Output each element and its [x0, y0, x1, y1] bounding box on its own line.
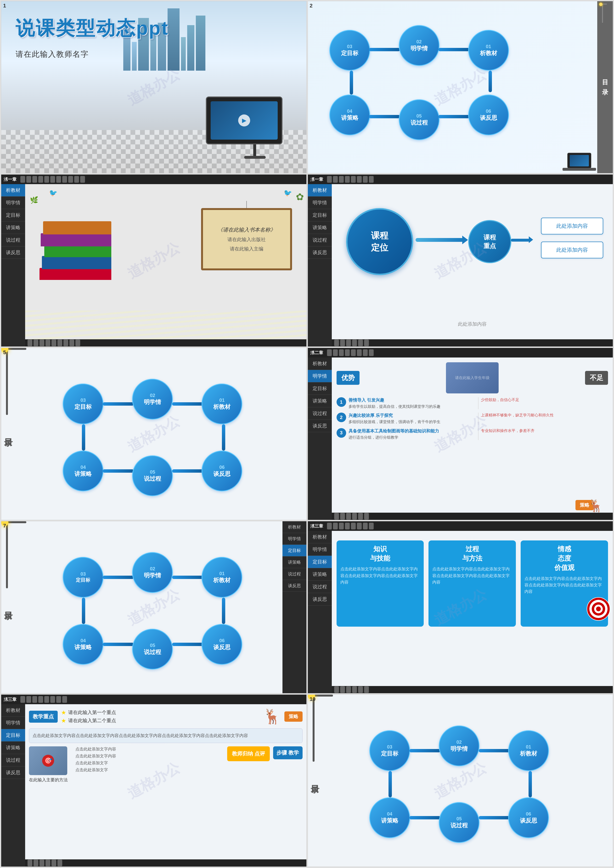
adv-row-3: 3 具备使用基本工具绘制图画等的基础知识和能力 进行适当分组，进行分组教学 专业…	[336, 428, 608, 440]
teacher-review-box: 教师归纳 点评	[227, 746, 270, 761]
sidebar-item-谈反思-6[interactable]: 谈反思	[308, 420, 332, 432]
book-publisher: 请在此输入出版社	[227, 236, 266, 243]
arrowhead-2	[529, 236, 533, 243]
add-content-box-1[interactable]: 此处添加内容	[541, 217, 603, 234]
slide5-circles: 03定目标 02明学情 01析教材 04讲策略 0	[20, 367, 299, 510]
node-01-5: 01析教材	[202, 384, 242, 424]
step-label-box: 步骤 教学	[273, 746, 302, 759]
node-03-7: 03定目标	[63, 557, 104, 598]
sidebar-item-讲策略-4[interactable]: 讲策略	[308, 222, 332, 234]
film-footer-9	[25, 859, 306, 866]
arrow-1	[416, 238, 464, 242]
sidebar-item-明学情-9[interactable]: 明学情	[1, 717, 25, 729]
node-04-10: 04讲策略	[369, 797, 410, 838]
animal-deco: 🦌	[588, 499, 603, 512]
sidebar-item-定目标-4[interactable]: 定目标	[308, 209, 332, 222]
slide-number-10: 10	[310, 696, 315, 702]
sidebar-r-说过程-7[interactable]: 说过程	[282, 568, 306, 580]
sidebar-item-说过程-3[interactable]: 说过程	[1, 234, 25, 246]
disadv-1: 少些鼓励，自信心不足	[481, 397, 608, 402]
sidebar-item-定目标-9[interactable]: 定目标	[1, 729, 25, 742]
obj-content-2: 点击此处添加文字内容点击此处添加文字内容点击此处添加文字内容点击此处添加文字内容	[432, 566, 512, 585]
sidebar-item-析教材-4[interactable]: 析教材	[308, 184, 332, 197]
sidebar-item-明学情-6[interactable]: 明学情	[308, 370, 332, 382]
method-img: 🎯 在此输入主要的方法	[29, 746, 72, 783]
sidebar-item-定目标-8[interactable]: 定目标	[308, 556, 332, 568]
target-deco	[586, 597, 611, 622]
slide-1: 1 说课类型动态ppt 请在此输入教师名字 ▶	[1, 1, 307, 173]
sidebar-item-谈反思-9[interactable]: 谈反思	[1, 767, 25, 779]
bird-deco-2: 🐦	[284, 189, 292, 197]
sidebar-item-谈反思-8[interactable]: 谈反思	[308, 593, 332, 606]
circle-node-03: 03 定目标	[329, 30, 370, 71]
slide-10: 10 目录 03定目标 02明学情 01析教材	[308, 694, 613, 867]
strategy-deco: 策略 🦌	[575, 500, 594, 510]
circles-flow: 03 定目标 02 明学情 01 析教材	[322, 20, 594, 159]
obj-card-3: 情感态度价值观 点击此处添加文字内容点击此处添加文字内容点击此处添加文字内容点击…	[521, 540, 608, 627]
strategy-btn-9[interactable]: 策略	[284, 711, 302, 722]
node-06-10: 06谈反思	[508, 797, 549, 838]
disadv-3: 专业知识和操作水平，参差不齐	[481, 428, 608, 433]
sidebar-item-讲策略-9[interactable]: 讲策略	[1, 742, 25, 754]
film-header-9: 第三章	[1, 695, 306, 704]
sidebar-item-明学情-4[interactable]: 明学情	[308, 197, 332, 209]
sidebar-item-析教材-6[interactable]: 析教材	[308, 357, 332, 370]
lamp-post-10	[313, 695, 315, 762]
sidebar-item-说过程-9[interactable]: 说过程	[1, 754, 25, 767]
node-05-10: 05说过程	[439, 802, 479, 843]
sidebar-r-谈反思-7[interactable]: 谈反思	[282, 580, 306, 592]
sidebar-item-说过程-6[interactable]: 说过程	[308, 407, 332, 420]
slide-number-8: 8	[310, 523, 313, 529]
sidebar-item-析教材-9[interactable]: 析教材	[1, 704, 25, 717]
sidebar-item-讲策略-6[interactable]: 讲策略	[308, 395, 332, 407]
student-grade-placeholder: 请在此输入学生年级	[455, 376, 490, 380]
circle-node-01: 01 析教材	[468, 30, 509, 71]
sidebar-item-讲策略-3[interactable]: 讲策略	[1, 222, 25, 234]
sidebar-r-定目标-7[interactable]: 定目标	[282, 545, 306, 556]
sidebar-item-谈反思-4[interactable]: 谈反思	[308, 246, 332, 259]
bird-deco-1: 🐦	[49, 189, 57, 197]
sidebar-item-谈反思-3[interactable]: 谈反思	[1, 246, 25, 259]
sidebar-item-定目标-6[interactable]: 定目标	[308, 382, 332, 395]
sidebar-item-定目标-3[interactable]: 定目标	[1, 209, 25, 222]
node-01-10: 01析教材	[508, 730, 549, 771]
keypoint-2: 请在此输入第二个重点	[68, 717, 116, 724]
node-04-5: 04讲策略	[63, 451, 104, 491]
play-button[interactable]: ▶	[238, 115, 250, 126]
node-06-7: 06谈反思	[202, 624, 242, 665]
adv-main-2: 兴趣比较浓厚 乐于探究 多组织比较游戏，课堂情景，强调动手，肯干牛的学生	[349, 413, 476, 424]
sidebar-r-讲策略-7[interactable]: 讲策略	[282, 556, 306, 568]
step-item-4: 点击此处添加文字	[75, 767, 224, 773]
sidebar-r-明学情-7[interactable]: 明学情	[282, 533, 306, 545]
svg-point-4	[596, 607, 601, 611]
node-02-5: 02明学情	[132, 379, 173, 419]
slide7-circles: 03定目标 02明学情 01析教材 04讲策略 0	[20, 540, 299, 684]
slide-2: 2 目 录 03 定目标	[308, 1, 613, 173]
sidebar-8: 析教材 明学情 定目标 讲策略 说过程 谈反思	[308, 531, 332, 693]
node-02-7: 02明学情	[132, 552, 173, 593]
film-header-8: 第三章	[308, 521, 613, 531]
sidebar-item-明学情-8[interactable]: 明学情	[308, 543, 332, 556]
keypoint-header: 教学重点 ★ 请在此输入第一个重点 ★ 请在此输入第二个重点 🦌 策略	[29, 708, 302, 725]
laptop-deco	[567, 153, 591, 168]
lamp-post-5	[6, 348, 8, 415]
sidebar-item-析教材-8[interactable]: 析教材	[308, 531, 332, 543]
adv-num-3: 3	[336, 428, 346, 438]
node-05-5: 05说过程	[132, 455, 173, 496]
film-footer-4	[332, 339, 613, 346]
film-footer-6	[332, 512, 613, 520]
lamp-post-7	[6, 521, 8, 589]
slide-number-4: 4	[310, 176, 313, 182]
slide4-content: 课程定位 课程重点 此处添加内容 此处添加内容 此处添加内容	[332, 184, 613, 346]
sidebar-item-说过程-4[interactable]: 说过程	[308, 234, 332, 246]
sidebar-item-讲策略-8[interactable]: 讲策略	[308, 568, 332, 581]
sidebar-9: 析教材 明学情 定目标 讲策略 说过程 谈反思	[1, 704, 25, 866]
sidebar-item-明学情-3[interactable]: 明学情	[1, 197, 25, 209]
flower-deco: ✿	[296, 191, 304, 202]
sidebar-item-析教材-3[interactable]: 析教材	[1, 184, 25, 197]
sidebar-r-析教材-7[interactable]: 析教材	[282, 521, 306, 533]
add-content-box-2[interactable]: 此处添加内容	[541, 242, 603, 258]
sidebar-item-说过程-8[interactable]: 说过程	[308, 581, 332, 593]
slide-number-2: 2	[310, 3, 313, 9]
sidebar-6: 析教材 明学情 定目标 讲策略 说过程 谈反思	[308, 357, 332, 520]
